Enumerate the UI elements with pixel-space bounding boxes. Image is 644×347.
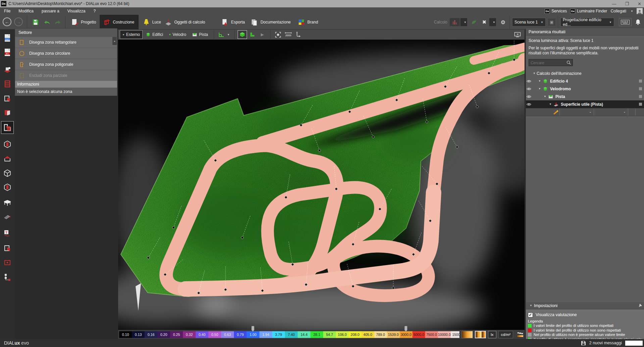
text-tool[interactable]: T bbox=[1, 228, 13, 240]
tree-node-calcolo-dell-illuminazione[interactable]: ▼Calcolo dell'illuminazione bbox=[526, 69, 644, 77]
window-tool[interactable] bbox=[1, 181, 13, 193]
result-status-square[interactable] bbox=[639, 80, 642, 83]
forward-button[interactable]: → bbox=[14, 17, 23, 26]
furniture-tool[interactable] bbox=[1, 196, 13, 208]
display-settings-button[interactable] bbox=[513, 31, 522, 39]
menu-passarea[interactable]: passare a bbox=[38, 7, 63, 15]
visibility-toggle[interactable] bbox=[526, 80, 532, 83]
unit-lx-button[interactable]: lx bbox=[488, 331, 496, 338]
visibility-toggle[interactable] bbox=[526, 95, 532, 98]
column-tool[interactable] bbox=[1, 138, 13, 150]
visualizza-valutazione-row[interactable]: ✓ Visualizza valutazione bbox=[528, 311, 642, 318]
ribbon-tab-costruzione[interactable]: Costruzione bbox=[100, 15, 138, 30]
roof-tool[interactable] bbox=[1, 153, 13, 165]
minimize-button[interactable]: — bbox=[612, 1, 616, 6]
ribbon-tab-esporta[interactable]: Esporta bbox=[218, 15, 247, 30]
search-input[interactable] bbox=[531, 61, 564, 65]
result-status-square[interactable] bbox=[639, 87, 642, 90]
structure-tool[interactable] bbox=[1, 271, 13, 283]
door-tool[interactable] bbox=[1, 242, 13, 254]
visibility-toggle[interactable] bbox=[526, 87, 532, 91]
plan-view-button[interactable]: ▼ bbox=[217, 31, 231, 39]
surface-value-row[interactable]: - - bbox=[526, 108, 644, 116]
storey-building-tool[interactable] bbox=[1, 78, 13, 90]
selection-frame-tool[interactable] bbox=[1, 257, 13, 269]
unit-cdm2-button[interactable]: cd/m² bbox=[498, 331, 513, 338]
close-button[interactable]: ✕ bbox=[638, 1, 641, 6]
settore-item-circle-zone[interactable]: Disegna zona circolare bbox=[15, 48, 117, 59]
calc-settings-button[interactable]: ⚙ bbox=[499, 18, 507, 26]
clear-results-button[interactable]: ✖ bbox=[480, 18, 489, 26]
keyboard-shortcuts-button[interactable] bbox=[619, 18, 632, 26]
ifc-import-tool[interactable]: IFC bbox=[1, 46, 13, 58]
ribbon-tab-luce[interactable]: Luce bbox=[139, 15, 161, 30]
result-status-square[interactable] bbox=[639, 95, 642, 98]
tree-node-pista[interactable]: ▼Pista bbox=[526, 93, 644, 100]
view-more-button[interactable]: ▶ bbox=[258, 31, 267, 39]
settore-item-rectangle-zone[interactable]: Disegna zona rettangolare bbox=[15, 37, 117, 48]
expand-arrow-icon[interactable]: ▼ bbox=[532, 72, 537, 75]
services-link[interactable]: Dx Services bbox=[545, 9, 567, 14]
restore-button[interactable]: ❐ bbox=[625, 1, 629, 6]
measure-vertical-button[interactable] bbox=[294, 31, 303, 39]
user-avatar[interactable] bbox=[637, 8, 643, 14]
menu-visualizza[interactable]: Visualizza bbox=[63, 7, 90, 15]
menu-file[interactable]: File bbox=[0, 7, 14, 15]
checkbox-checked[interactable]: ✓ bbox=[528, 312, 533, 317]
redo-button[interactable] bbox=[53, 18, 62, 26]
menu-modifica[interactable]: Modifica bbox=[14, 7, 38, 15]
expand-arrow-icon[interactable]: ▼ bbox=[537, 80, 542, 83]
tree-node-velodromo[interactable]: ▼Velodromo bbox=[526, 85, 644, 93]
expand-arrow-icon[interactable]: ▼ bbox=[548, 103, 553, 106]
zoom-fit-button[interactable] bbox=[274, 31, 283, 39]
smooth-gradient-button[interactable] bbox=[461, 331, 473, 338]
result-status-square[interactable] bbox=[639, 103, 642, 106]
visibility-toggle[interactable] bbox=[526, 103, 532, 106]
ribbon-tab-progetto[interactable]: Progetto bbox=[68, 15, 99, 30]
save-button[interactable] bbox=[31, 18, 40, 26]
notifications-button[interactable] bbox=[634, 18, 642, 26]
back-button[interactable]: ← bbox=[3, 17, 11, 26]
scale-slider-2[interactable] bbox=[404, 326, 407, 332]
expand-arrow-icon[interactable]: ▼ bbox=[543, 95, 547, 98]
ribbon-tab-documentazione[interactable]: Documentazione bbox=[247, 15, 294, 30]
material-tool[interactable] bbox=[1, 211, 13, 223]
tree-node-edificio-4[interactable]: ▼Edificio 4 bbox=[526, 77, 644, 85]
light-scene-dropdown[interactable]: Scena luce 1▼ bbox=[512, 18, 546, 27]
site-tool[interactable] bbox=[1, 63, 13, 75]
new-messages-label[interactable]: 2 nuovi messaggi bbox=[589, 341, 622, 345]
scale-slider-1[interactable] bbox=[251, 326, 254, 332]
invert-scale-button[interactable] bbox=[516, 331, 525, 338]
viewport-tab-esterno[interactable]: Esterno bbox=[120, 31, 142, 39]
viewport-tab-edifici[interactable]: Edifici bbox=[143, 31, 165, 39]
l-shape-view-button[interactable] bbox=[248, 31, 257, 39]
scene-settings-button[interactable]: ▣ bbox=[548, 18, 556, 26]
pin-icon[interactable] bbox=[639, 303, 642, 308]
banded-gradient-button[interactable] bbox=[475, 331, 486, 338]
zone-tool[interactable] bbox=[1, 121, 13, 134]
cutout-tool[interactable] bbox=[1, 167, 13, 179]
expand-arrow-icon[interactable]: ▼ bbox=[537, 87, 542, 90]
calculate-button[interactable] bbox=[450, 18, 460, 26]
undo-button[interactable] bbox=[42, 18, 52, 26]
message-indicator-box[interactable] bbox=[625, 341, 643, 346]
scene-3d-view[interactable] bbox=[118, 40, 525, 330]
dwg-import-tool[interactable]: DWG bbox=[1, 32, 13, 44]
measure-horizontal-button[interactable] bbox=[284, 31, 293, 39]
solid-view-button[interactable] bbox=[238, 31, 247, 39]
clear-results-dropdown[interactable]: ▼ bbox=[489, 18, 496, 26]
results-search[interactable] bbox=[529, 59, 573, 66]
ribbon-tab-brand[interactable]: Brand bbox=[294, 15, 318, 30]
menu-[interactable]: ? bbox=[90, 7, 100, 15]
scroll-up-button[interactable]: ▲ bbox=[112, 37, 117, 45]
mode-dropdown[interactable]: Progettazione edificio ed...▼ bbox=[560, 18, 614, 27]
ribbon-tab-oggetti-di-calcolo[interactable]: Oggetti di calcolo bbox=[161, 15, 217, 30]
viewport-tab-velodro[interactable]: Velodro bbox=[166, 31, 189, 39]
calculate-dropdown[interactable]: ▼ bbox=[460, 18, 467, 26]
luminaire-finder-link[interactable]: Dx Luminaire Finder bbox=[570, 9, 607, 14]
viewport-tab-pista[interactable]: Pista bbox=[190, 31, 210, 39]
settore-item-polygon-zone[interactable]: Disegna zona poligonale bbox=[15, 59, 117, 70]
settings-panel-header[interactable]: ▼ Impostazioni bbox=[526, 302, 644, 309]
tree-node-superficie-utile-pista-[interactable]: ▼Superficie utile (Pista) bbox=[526, 100, 644, 108]
energy-leaf-button[interactable] bbox=[470, 18, 478, 26]
